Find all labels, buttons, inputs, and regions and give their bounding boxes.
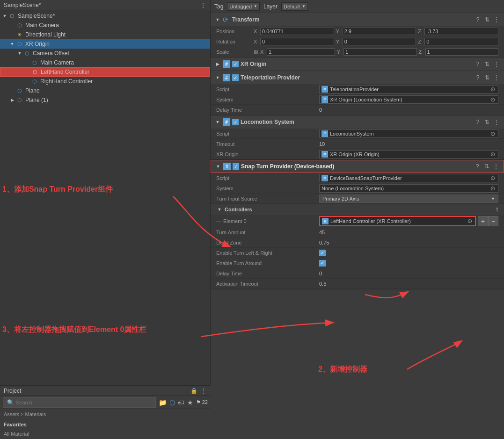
transform-arrow[interactable]: ▼ [214, 16, 221, 23]
enable-turn-lr-checkbox[interactable]: ✓ [319, 250, 326, 256]
locomotion-menu-icon[interactable]: ⋮ [493, 118, 500, 126]
snap-turn-arrow[interactable]: ▼ [215, 163, 221, 170]
tree-item-xr-origin[interactable]: ▼ ⬡ XR Origin [0, 39, 210, 49]
tree-item-plane-1[interactable]: ▶ ⬡ Plane (1) [0, 95, 210, 105]
xr-origin-component: ▶ # ✓ XR Origin ? ⇅ ⋮ [211, 58, 504, 71]
transform-help-icon[interactable]: ? [474, 16, 482, 23]
tree-label-plane-1: Plane (1) [25, 97, 48, 103]
snap-turn-system-link[interactable]: ⊙ [489, 185, 496, 192]
locomotion-xrorigin-value: # XR Origin (XR Origin) ⊙ [319, 150, 498, 158]
rotation-x-input[interactable] [260, 38, 334, 45]
arrow-plane-1: ▶ [9, 97, 15, 103]
breadcrumb: Assets > Materials [0, 409, 211, 419]
locomotion-script-link[interactable]: ⊙ [489, 130, 496, 137]
teleportation-help-icon[interactable]: ? [474, 74, 482, 81]
transform-controls: ? ⇅ ⋮ [474, 16, 500, 23]
project-folder-icon[interactable]: 📁 [159, 399, 167, 406]
snap-turn-settings-icon[interactable]: ⇅ [483, 163, 490, 170]
locomotion-settings-icon[interactable]: ⇅ [483, 118, 491, 126]
project-lock-icon[interactable]: 🔒 [190, 388, 197, 394]
teleportation-arrow[interactable]: ▼ [214, 74, 221, 81]
project-search[interactable]: 🔍 Search [3, 397, 156, 408]
tree-item-main-camera-2[interactable]: ▶ ⬡ Main Camera [0, 58, 210, 67]
tree-item-righthand-controller[interactable]: ▶ ⬡ RightHand Controller [0, 77, 210, 86]
xr-origin-arrow[interactable]: ▶ [214, 61, 221, 67]
scale-fields: ⛓ X Y Z [254, 48, 498, 56]
project-star-icon[interactable]: ★ [187, 399, 193, 406]
all-material-item[interactable]: All Material [0, 430, 211, 439]
snap-turn-checkbox[interactable]: ✓ [233, 163, 239, 170]
scale-z-input[interactable] [425, 48, 499, 56]
tree-item-camera-offset[interactable]: ▼ ⬡ Camera Offset [0, 49, 210, 58]
turn-input-source-dropdown[interactable]: Primary 2D Axis ▼ [319, 194, 498, 203]
turn-amount-value: 45 [319, 230, 498, 235]
scale-y-input[interactable] [343, 48, 417, 56]
enable-turn-around-checkbox[interactable]: ✓ [319, 260, 326, 266]
snap-turn-system-row: System None (Locomotion System) ⊙ [211, 183, 504, 194]
controllers-arrow[interactable]: ▼ [216, 206, 223, 213]
teleportation-delay-label: Delay Time [216, 107, 319, 113]
position-label: Position [216, 29, 254, 34]
teleportation-checkbox[interactable]: ✓ [232, 74, 239, 81]
project-asset-icon[interactable]: ⬡ [169, 399, 175, 406]
position-fields: X Y Z [254, 28, 498, 35]
project-tag-icon[interactable]: 🏷 [178, 399, 184, 406]
locomotion-script-text: LocomotionSystem [330, 131, 374, 137]
hierarchy-icons: ⋮ [200, 1, 206, 9]
teleportation-settings-icon[interactable]: ⇅ [483, 74, 491, 81]
element-0-minus-btn[interactable]: − [488, 216, 498, 226]
teleportation-script-link[interactable]: ⊙ [489, 86, 496, 93]
locomotion-controls: ? ⇅ ⋮ [474, 118, 500, 126]
tree-item-main-camera[interactable]: ▶ ⬡ Main Camera [0, 21, 210, 30]
transform-icon: ⟳ [223, 16, 228, 23]
element-0-value-box[interactable]: # LeftHand Controller (XR Controller) ⊙ [319, 216, 476, 226]
tree-item-directional-light[interactable]: ▶ ☀ Directional Light [0, 30, 210, 39]
tag-dropdown[interactable]: Untagged ▼ [227, 2, 260, 11]
transform-menu-icon[interactable]: ⋮ [493, 16, 500, 23]
xr-origin-settings-icon[interactable]: ⇅ [483, 60, 491, 68]
hierarchy-menu-icon[interactable]: ⋮ [200, 1, 206, 9]
transform-settings-icon[interactable]: ⇅ [483, 16, 491, 23]
arrow-sample-scene: ▼ [2, 13, 7, 19]
snap-turn-help-icon[interactable]: ? [474, 163, 481, 170]
locomotion-xrorigin-link[interactable]: ⊙ [489, 151, 496, 158]
position-z-input[interactable] [424, 28, 498, 35]
transform-header: ▼ ⟳ Transform ? ⇅ ⋮ [211, 13, 504, 26]
position-x-field: X [254, 28, 334, 35]
enable-turn-around-label: Enable Turn Around [216, 260, 319, 266]
scale-x-input[interactable] [267, 48, 335, 56]
turn-input-source-label: Turn Input Source [216, 196, 319, 202]
locomotion-help-icon[interactable]: ? [474, 118, 482, 126]
locomotion-script-icon: # [321, 130, 328, 137]
rotation-z-input[interactable] [424, 38, 498, 45]
element-0-plus-btn[interactable]: + [478, 216, 488, 226]
tree-label-camera-offset: Camera Offset [33, 50, 69, 57]
locomotion-arrow[interactable]: ▼ [214, 119, 221, 125]
cube-icon-camera-offset: ⬡ [23, 50, 31, 57]
tree-item-lefthand-controller[interactable]: ▶ ⬡ LeftHand Controller [0, 67, 210, 77]
cube-icon-xr-origin: ⬡ [16, 40, 23, 48]
snap-turn-delay-value: 0 [319, 271, 498, 276]
xr-origin-checkbox[interactable]: ✓ [232, 61, 239, 67]
element-0-link[interactable]: ⊙ [467, 218, 473, 224]
project-menu-icon[interactable]: ⋮ [200, 387, 207, 395]
rotation-z-field: Z [418, 38, 498, 45]
search-placeholder: Search [16, 400, 32, 405]
locomotion-checkbox[interactable]: ✓ [232, 119, 239, 125]
hierarchy-tree: ▼ ⬡ SampleScene* ▶ ⬡ Main Camera ▶ ☀ Dir… [0, 10, 210, 439]
dead-zone-label: Dead Zone [216, 240, 319, 245]
tree-item-plane[interactable]: ▶ ⬡ Plane [0, 86, 210, 95]
xr-origin-menu-icon[interactable]: ⋮ [493, 60, 500, 68]
snap-turn-script-link[interactable]: ⊙ [489, 175, 496, 181]
dead-zone-row: Dead Zone 0.75 [211, 237, 504, 248]
layer-dropdown[interactable]: Default ▼ [281, 2, 308, 11]
position-x-input[interactable] [260, 28, 334, 35]
xr-origin-help-icon[interactable]: ? [474, 60, 482, 68]
rotation-y-input[interactable] [343, 38, 416, 45]
teleportation-system-link[interactable]: ⊙ [489, 96, 496, 103]
position-y-input[interactable] [343, 28, 416, 35]
teleportation-menu-icon[interactable]: ⋮ [493, 74, 500, 81]
snap-turn-menu-icon[interactable]: ⋮ [492, 163, 500, 170]
rotation-y-axis: Y [336, 39, 342, 44]
tree-item-sample-scene[interactable]: ▼ ⬡ SampleScene* [0, 11, 210, 21]
